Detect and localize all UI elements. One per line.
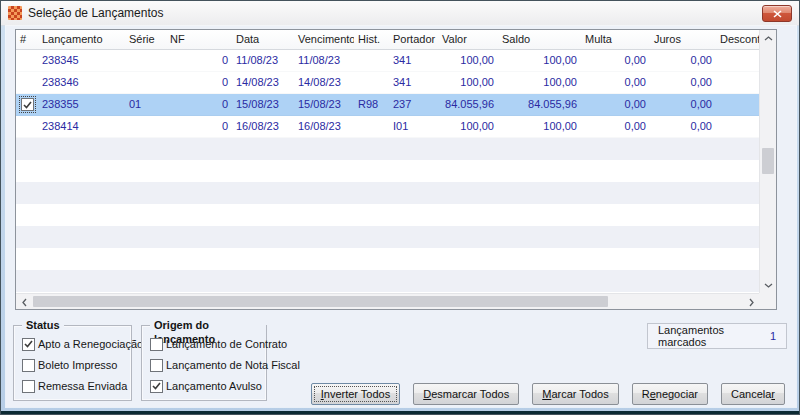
checkbox[interactable] (150, 338, 163, 351)
inverter-todos-button[interactable]: Inverter Todos (311, 383, 401, 405)
checkbox-lancamento-contrato[interactable]: Lançamento de Contrato (150, 336, 287, 352)
close-button[interactable] (762, 5, 792, 22)
grid-header-row: # Lançamento Série NF Data Vencimento Hi… (16, 30, 759, 50)
horizontal-scrollbar[interactable] (16, 293, 759, 309)
horizontal-scrollbar-thumb[interactable] (33, 296, 608, 307)
status-group-label: Status (22, 318, 64, 332)
cell-valor: 84.055,96 (438, 94, 498, 115)
label: esmarcar Todos (431, 388, 509, 400)
cell-data: 14/08/23 (232, 72, 294, 93)
marcar-todos-button[interactable]: Marcar Todos (532, 383, 618, 405)
cell-serie (125, 116, 166, 137)
checkbox-lancamento-avulso[interactable]: Lançamento Avulso (150, 378, 262, 394)
checkbox-label: Remessa Enviada (38, 380, 127, 392)
status-groupbox: Status Apto a Renegociação Boleto Impres… (13, 325, 132, 401)
checkbox[interactable] (150, 380, 163, 393)
cell-lancamento: 238355 (38, 94, 125, 115)
column-header-check[interactable]: # (16, 30, 38, 49)
cell-data: 15/08/23 (232, 94, 294, 115)
cell-lancamento: 238346 (38, 72, 125, 93)
renegociar-button[interactable]: Renegociar (632, 383, 708, 405)
cell-nf: 0 (166, 116, 232, 137)
column-header-multa[interactable]: Multa (581, 30, 650, 49)
column-header-nf[interactable]: NF (166, 30, 232, 49)
lancamentos-grid: # Lançamento Série NF Data Vencimento Hi… (15, 29, 777, 310)
table-row[interactable]: 238345 0 11/08/23 11/08/23 341 100,00 10… (16, 50, 759, 72)
scroll-down-button[interactable] (760, 277, 777, 293)
checkbox-lancamento-nota-fiscal[interactable]: Lançamento de Nota Fiscal (150, 357, 300, 373)
scroll-up-button[interactable] (760, 30, 777, 46)
column-header-serie[interactable]: Série (125, 30, 166, 49)
label: arcar Todos (551, 388, 608, 400)
column-header-saldo[interactable]: Saldo (498, 30, 581, 49)
label: Cancela (731, 388, 771, 400)
column-header-portador[interactable]: Portador (389, 30, 438, 49)
cell-saldo: 100,00 (498, 50, 581, 71)
scroll-right-button[interactable] (743, 294, 759, 310)
chevron-right-icon (749, 298, 754, 307)
cell-desconto (716, 116, 759, 137)
column-header-lancamento[interactable]: Lançamento (38, 30, 125, 49)
checkbox[interactable] (22, 359, 35, 372)
cell-nf: 0 (166, 72, 232, 93)
marked-count-panel: Lançamentos marcados 1 (647, 323, 787, 349)
checkbox[interactable] (150, 359, 163, 372)
cell-vencimento: 14/08/23 (294, 72, 354, 93)
table-row[interactable]: 238346 0 14/08/23 14/08/23 341 100,00 10… (16, 72, 759, 94)
column-header-vencimento[interactable]: Vencimento (294, 30, 354, 49)
checkbox-remessa-enviada[interactable]: Remessa Enviada (22, 378, 127, 394)
window-title: Seleção de Lançamentos (28, 6, 163, 20)
checkbox[interactable] (22, 338, 35, 351)
cell-check (16, 116, 38, 137)
title-bar[interactable]: Seleção de Lançamentos (1, 1, 799, 26)
origem-groupbox: Origem do lançamento Lançamento de Contr… (141, 325, 267, 401)
cell-portador: 341 (389, 50, 438, 71)
cell-saldo: 100,00 (498, 72, 581, 93)
checkbox-label: Lançamento de Contrato (166, 338, 287, 350)
column-header-desconto[interactable]: Desconto (716, 30, 759, 49)
cell-juros: 0,00 (650, 72, 716, 93)
checkbox-label: Lançamento de Nota Fiscal (166, 359, 300, 371)
chevron-left-icon (22, 298, 27, 307)
table-row-selected[interactable]: 238355 01 0 15/08/23 15/08/23 R98 237 84… (16, 94, 759, 116)
label: nverter Todos (324, 388, 390, 400)
cell-check (16, 72, 38, 93)
scroll-left-button[interactable] (16, 294, 32, 310)
vertical-scrollbar[interactable] (759, 30, 776, 293)
column-header-hist[interactable]: Hist. (354, 30, 389, 49)
empty-grid-stripe (16, 248, 759, 270)
desmarcar-todos-button[interactable]: Desmarcar Todos (413, 383, 519, 405)
column-header-valor[interactable]: Valor (438, 30, 498, 49)
cell-hist (354, 72, 389, 93)
checkbox-label: Lançamento Avulso (166, 380, 262, 392)
cell-serie: 01 (125, 94, 166, 115)
checkbox[interactable] (22, 380, 35, 393)
app-icon (8, 6, 22, 20)
cell-portador: I01 (389, 116, 438, 137)
cell-valor: 100,00 (438, 72, 498, 93)
table-row[interactable]: 238414 0 16/08/23 16/08/23 I01 100,00 10… (16, 116, 759, 138)
dialog-window: Seleção de Lançamentos # Lançamento Séri… (0, 0, 800, 415)
cell-vencimento: 11/08/23 (294, 50, 354, 71)
dialog-client-area: # Lançamento Série NF Data Vencimento Hi… (6, 26, 796, 407)
cell-hist (354, 50, 389, 71)
column-header-data[interactable]: Data (232, 30, 294, 49)
label: r (771, 388, 775, 400)
column-header-juros[interactable]: Juros (650, 30, 716, 49)
check-icon (23, 101, 32, 109)
vertical-scrollbar-thumb[interactable] (762, 148, 774, 174)
cell-nf: 0 (166, 94, 232, 115)
cell-portador: 237 (389, 94, 438, 115)
cell-serie (125, 50, 166, 71)
checkbox-boleto-impresso[interactable]: Boleto Impresso (22, 357, 117, 373)
cancelar-button[interactable]: Cancelar (721, 383, 785, 405)
checkbox-apto-renegociacao[interactable]: Apto a Renegociação (22, 336, 143, 352)
cell-desconto (716, 94, 759, 115)
marked-count-value: 1 (770, 330, 776, 342)
grid-rows: 238345 0 11/08/23 11/08/23 341 100,00 10… (16, 50, 759, 293)
dialog-button-row: Inverter Todos Desmarcar Todos Marcar To… (311, 383, 785, 405)
cell-hist (354, 116, 389, 137)
chevron-down-icon (764, 283, 773, 288)
cell-multa: 0,00 (581, 94, 650, 115)
row-checkbox[interactable] (21, 98, 34, 111)
